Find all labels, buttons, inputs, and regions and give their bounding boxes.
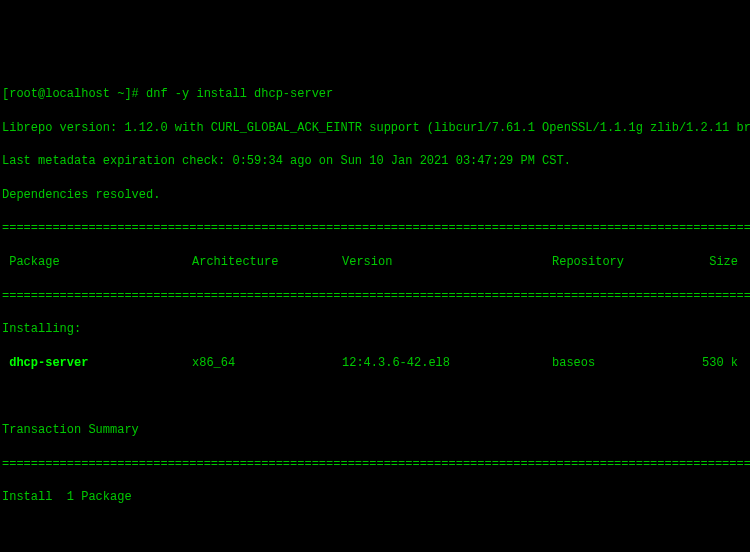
command-text: dnf -y install dhcp-server [146,87,333,101]
tx-summary-label: Transaction Summary [2,422,748,439]
package-name: dhcp-server [2,355,192,372]
package-size: 530 k [692,355,748,372]
terminal-output: [root@localhost ~]# dnf -y install dhcp-… [2,69,748,552]
package-row: dhcp-serverx86_6412:4.3.6-42.el8baseos53… [2,355,748,372]
separator: ========================================… [2,220,748,237]
separator: ========================================… [2,288,748,305]
package-repo: baseos [552,355,692,372]
librepo-line: Librepo version: 1.12.0 with CURL_GLOBAL… [2,120,748,137]
header-arch: Architecture [192,254,342,271]
header-version: Version [342,254,552,271]
installing-label: Installing: [2,321,748,338]
prompt-line[interactable]: [root@localhost ~]# dnf -y install dhcp-… [2,86,748,103]
package-arch: x86_64 [192,355,342,372]
deps-line: Dependencies resolved. [2,187,748,204]
package-version: 12:4.3.6-42.el8 [342,355,552,372]
header-row: PackageArchitectureVersionRepositorySize [2,254,748,271]
prompt-prefix: [root@localhost ~]# [2,87,146,101]
metadata-line: Last metadata expiration check: 0:59:34 … [2,153,748,170]
header-size: Size [692,254,748,271]
header-package: Package [2,254,192,271]
separator: ========================================… [2,456,748,473]
install-count: Install 1 Package [2,489,748,506]
header-repo: Repository [552,254,692,271]
